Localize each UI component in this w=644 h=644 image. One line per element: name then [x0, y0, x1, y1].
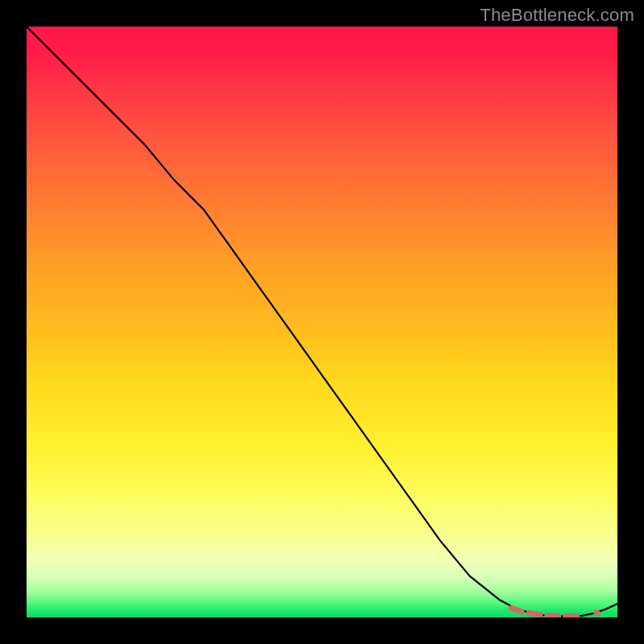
chart-stage: TheBottleneck.com — [0, 0, 644, 644]
watermark-text: TheBottleneck.com — [480, 5, 634, 26]
plot-area — [27, 27, 617, 617]
